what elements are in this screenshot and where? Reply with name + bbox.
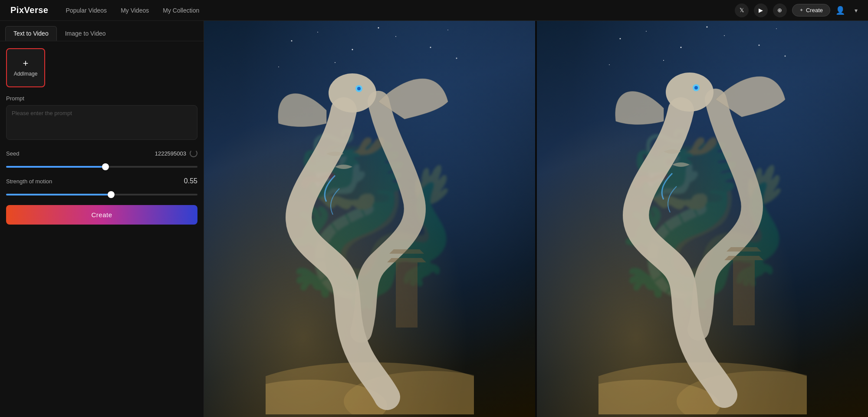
svg-point-9 xyxy=(378,27,379,29)
nav-popular[interactable]: Popular Videos xyxy=(66,7,107,14)
svg-point-17 xyxy=(646,31,647,32)
svg-point-25 xyxy=(706,26,707,28)
svg-point-2 xyxy=(352,49,353,50)
strength-slider[interactable] xyxy=(6,194,197,195)
right-image-panel xyxy=(537,21,868,417)
header: PixVerse Popular Videos My Videos My Col… xyxy=(0,0,868,21)
content-area xyxy=(204,21,868,417)
svg-point-19 xyxy=(724,35,725,36)
svg-point-3 xyxy=(395,36,396,37)
seed-section: Seed 1222595003 xyxy=(6,149,197,169)
sidebar: Text to Video Image to Video + AddImage … xyxy=(0,21,204,417)
twitter-button[interactable]: 𝕏 xyxy=(735,3,749,17)
main-layout: Text to Video Image to Video + AddImage … xyxy=(0,21,868,417)
svg-point-20 xyxy=(758,45,760,46)
user-icon[interactable]: 👤 xyxy=(835,3,849,17)
svg-point-23 xyxy=(609,64,610,65)
svg-point-21 xyxy=(776,28,777,29)
strength-label: Strength of motion xyxy=(6,178,52,185)
left-dragon-image xyxy=(204,21,535,417)
seed-slider-container xyxy=(6,162,197,169)
svg-point-22 xyxy=(784,56,786,57)
nav: Popular Videos My Videos My Collection xyxy=(66,7,735,14)
svg-point-16 xyxy=(619,38,621,40)
seed-label: Seed xyxy=(6,150,19,157)
discord-button[interactable]: ⊕ xyxy=(773,3,787,17)
left-image-panel xyxy=(204,21,535,417)
create-button[interactable]: Create xyxy=(6,205,197,225)
header-create-button[interactable]: Create xyxy=(792,4,830,17)
svg-point-15 xyxy=(357,87,361,90)
seed-value: 1222595003 xyxy=(155,150,186,157)
svg-point-7 xyxy=(278,66,279,67)
prompt-section: Prompt xyxy=(6,95,197,142)
strength-row: Strength of motion 0.55 xyxy=(6,177,197,185)
dragon-svg-left xyxy=(266,23,474,414)
add-image-button[interactable]: + AddImage xyxy=(6,48,45,87)
svg-point-6 xyxy=(456,58,457,59)
svg-point-1 xyxy=(317,32,318,33)
plus-icon: + xyxy=(23,59,29,68)
svg-point-29 xyxy=(666,73,713,112)
svg-point-4 xyxy=(430,47,431,48)
seed-value-container: 1222595003 xyxy=(155,149,197,157)
svg-point-8 xyxy=(335,62,335,63)
seed-slider[interactable] xyxy=(6,166,197,168)
tabs-container: Text to Video Image to Video xyxy=(0,21,204,41)
svg-point-5 xyxy=(447,30,448,30)
add-image-label: AddImage xyxy=(14,71,38,77)
svg-point-0 xyxy=(291,40,292,42)
dragon-svg-right xyxy=(598,23,807,414)
logo: PixVerse xyxy=(10,5,48,15)
svg-point-13 xyxy=(329,73,376,113)
chevron-down-icon[interactable]: ▾ xyxy=(855,7,858,14)
header-right: 𝕏 ▶ ⊕ Create 👤 ▾ xyxy=(735,3,858,17)
refresh-icon[interactable] xyxy=(190,149,197,157)
strength-slider-container xyxy=(6,189,197,197)
svg-point-31 xyxy=(694,86,698,89)
svg-point-24 xyxy=(663,60,664,61)
add-image-section: + AddImage xyxy=(6,48,197,87)
seed-row: Seed 1222595003 xyxy=(6,149,197,157)
strength-section: Strength of motion 0.55 xyxy=(6,177,197,197)
prompt-input[interactable] xyxy=(6,105,197,140)
right-dragon-image xyxy=(537,21,868,417)
tab-image-to-video[interactable]: Image to Video xyxy=(57,26,114,41)
youtube-button[interactable]: ▶ xyxy=(754,3,768,17)
nav-my-videos[interactable]: My Videos xyxy=(121,7,149,14)
tab-text-to-video[interactable]: Text to Video xyxy=(5,26,57,41)
sidebar-content: + AddImage Prompt Seed 1222595003 xyxy=(0,41,204,232)
svg-point-18 xyxy=(680,47,681,48)
strength-value: 0.55 xyxy=(184,177,197,185)
nav-collection[interactable]: My Collection xyxy=(163,7,199,14)
prompt-label: Prompt xyxy=(6,95,197,102)
